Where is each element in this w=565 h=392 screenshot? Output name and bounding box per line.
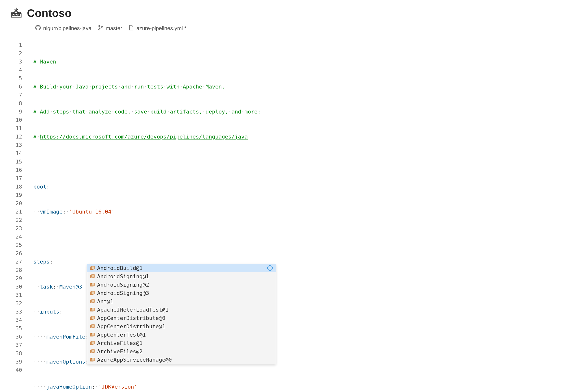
autocomplete-item[interactable]: AndroidBuild@1ⓘ (87, 264, 276, 272)
svg-rect-12 (92, 283, 94, 286)
autocomplete-label: ApacheJMeterLoadTest@1 (97, 306, 169, 314)
line-number: 34 (10, 316, 22, 324)
breadcrumb-branch-label: master (106, 25, 122, 32)
line-number: 22 (10, 216, 22, 224)
autocomplete-item[interactable]: ApacheJMeterLoadTest@1 (87, 306, 276, 314)
autocomplete-item[interactable]: AppCenterDistribute@1 (87, 322, 276, 331)
line-number: 23 (10, 224, 22, 233)
breadcrumb: nigurr/pipelines-java master azure-pipel… (0, 24, 565, 38)
svg-rect-30 (92, 358, 94, 361)
task-icon (90, 299, 95, 304)
autocomplete-item[interactable]: AppCenterTest@1 (87, 331, 276, 339)
autocomplete-label: AppCenterDistribute@0 (97, 314, 165, 322)
svg-point-5 (99, 29, 100, 30)
autocomplete-label: AppCenterTest@1 (97, 331, 146, 339)
line-number: 24 (10, 233, 22, 241)
autocomplete-label: Ant@1 (97, 297, 113, 306)
pipelines-logo-icon (10, 7, 22, 20)
line-number: 9 (10, 108, 22, 116)
file-icon (128, 25, 134, 32)
line-number: 12 (10, 133, 22, 141)
breadcrumb-file[interactable]: azure-pipelines.yml * (128, 25, 186, 32)
task-icon (90, 358, 95, 362)
autocomplete-item[interactable]: AzureAppServiceManage@0 (87, 356, 276, 364)
autocomplete-item[interactable]: ArchiveFiles@1 (87, 339, 276, 347)
breadcrumb-repo-label: nigurr/pipelines-java (43, 25, 91, 32)
autocomplete-label: ArchiveFiles@1 (97, 339, 142, 347)
line-number: 19 (10, 191, 22, 199)
branch-icon (98, 25, 103, 32)
line-number: 38 (10, 349, 22, 358)
task-icon (90, 274, 95, 279)
line-number: 16 (10, 166, 22, 174)
autocomplete-label: AndroidBuild@1 (97, 264, 142, 272)
task-icon (90, 291, 95, 295)
autocomplete-item[interactable]: ArchiveFiles@2 (87, 347, 276, 356)
line-number: 5 (10, 74, 22, 83)
line-number: 30 (10, 283, 22, 291)
svg-point-6 (101, 26, 102, 27)
line-number: 8 (10, 99, 22, 108)
autocomplete-item[interactable]: AndroidSigning@2 (87, 281, 276, 289)
autocomplete-popup[interactable]: AndroidBuild@1ⓘAndroidSigning@1AndroidSi… (87, 264, 276, 364)
line-number: 28 (10, 266, 22, 274)
task-icon (90, 324, 95, 329)
autocomplete-item[interactable]: AppCenterDistribute@0 (87, 314, 276, 322)
breadcrumb-file-label: azure-pipelines.yml * (136, 25, 186, 32)
line-number: 25 (10, 241, 22, 249)
svg-rect-14 (92, 291, 94, 294)
autocomplete-item[interactable]: AndroidSigning@3 (87, 289, 276, 297)
line-number: 13 (10, 141, 22, 149)
code-editor[interactable]: 1234567891011121314151617181920212223242… (10, 38, 491, 392)
autocomplete-label: AndroidSigning@2 (97, 281, 149, 289)
svg-rect-8 (92, 266, 94, 269)
autocomplete-label: AndroidSigning@1 (97, 272, 149, 281)
svg-rect-24 (92, 333, 94, 336)
svg-rect-20 (92, 316, 94, 319)
line-number: 29 (10, 274, 22, 283)
svg-rect-1 (13, 14, 14, 16)
header: Contoso (0, 0, 565, 24)
line-number: 10 (10, 116, 22, 124)
task-icon (90, 333, 95, 337)
line-number: 27 (10, 258, 22, 266)
line-number: 11 (10, 124, 22, 133)
svg-rect-22 (92, 325, 94, 327)
autocomplete-label: AzureAppServiceManage@0 (97, 356, 172, 364)
line-number: 14 (10, 149, 22, 158)
svg-rect-16 (92, 300, 94, 302)
line-number: 2 (10, 49, 22, 58)
line-number: 31 (10, 291, 22, 299)
line-number: 4 (10, 66, 22, 74)
line-number: 36 (10, 333, 22, 341)
line-number: 15 (10, 158, 22, 166)
autocomplete-item[interactable]: AndroidSigning@1 (87, 272, 276, 281)
autocomplete-item[interactable]: Ant@1 (87, 297, 276, 306)
svg-rect-2 (15, 14, 17, 16)
autocomplete-label: AppCenterDistribute@1 (97, 322, 165, 331)
line-number: 21 (10, 208, 22, 216)
task-icon (90, 316, 95, 321)
page-title: Contoso (27, 7, 71, 19)
line-number: 1 (10, 41, 22, 49)
code-area[interactable]: # Maven # Build·your·Java·projects·and·r… (27, 38, 313, 392)
breadcrumb-branch[interactable]: master (98, 25, 122, 32)
line-number: 37 (10, 341, 22, 349)
line-number: 6 (10, 83, 22, 91)
autocomplete-label: ArchiveFiles@2 (97, 347, 142, 356)
line-number: 39 (10, 358, 22, 366)
svg-rect-18 (92, 308, 94, 311)
svg-rect-26 (92, 341, 94, 344)
task-icon (90, 341, 95, 345)
task-icon (90, 266, 95, 270)
line-number: 20 (10, 199, 22, 208)
info-icon[interactable]: ⓘ (267, 264, 273, 272)
line-number: 40 (10, 366, 22, 374)
line-number: 3 (10, 58, 22, 66)
line-number: 18 (10, 183, 22, 191)
line-number-gutter: 1234567891011121314151617181920212223242… (10, 38, 27, 392)
line-number: 35 (10, 324, 22, 333)
svg-point-4 (99, 26, 100, 27)
breadcrumb-repo[interactable]: nigurr/pipelines-java (35, 25, 91, 32)
task-icon (90, 308, 95, 312)
